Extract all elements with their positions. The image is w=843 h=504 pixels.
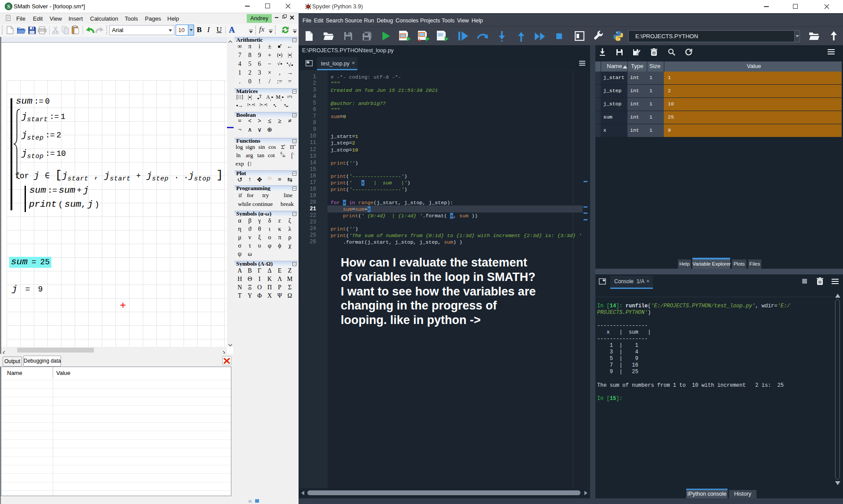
svg-text:S: S bbox=[7, 4, 10, 10]
